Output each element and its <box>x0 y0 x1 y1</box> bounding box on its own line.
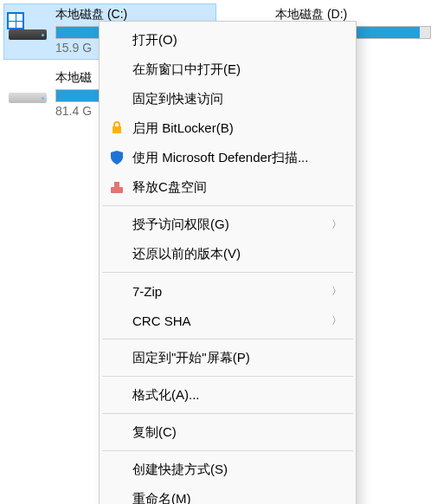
bitlocker-icon <box>108 120 125 137</box>
menu-divider <box>102 205 353 206</box>
svg-rect-1 <box>114 182 119 187</box>
menu-label: 复制(C) <box>132 424 177 441</box>
menu-open-new-window[interactable]: 在新窗口中打开(E) <box>101 55 354 84</box>
menu-label: 还原以前的版本(V) <box>132 246 241 262</box>
submenu-arrow-icon: 〉 <box>331 284 342 299</box>
menu-format[interactable]: 格式化(A)... <box>101 380 354 410</box>
menu-label: 打开(O) <box>132 32 177 48</box>
menu-pin-quick-access[interactable]: 固定到快速访问 <box>101 84 354 113</box>
menu-restore-previous[interactable]: 还原以前的版本(V) <box>101 239 354 268</box>
menu-create-shortcut[interactable]: 创建快捷方式(S) <box>101 455 354 484</box>
menu-label: 7-Zip <box>132 284 162 299</box>
menu-copy[interactable]: 复制(C) <box>101 417 354 447</box>
menu-label: 固定到快速访问 <box>132 91 223 107</box>
menu-crc-sha[interactable]: CRC SHA〉 <box>101 306 354 335</box>
menu-grant-access[interactable]: 授予访问权限(G)〉 <box>101 210 354 239</box>
menu-divider <box>102 339 353 339</box>
menu-7zip[interactable]: 7-Zip〉 <box>101 276 354 306</box>
menu-label: 使用 Microsoft Defender扫描... <box>132 150 308 166</box>
menu-label: 在新窗口中打开(E) <box>132 61 241 78</box>
menu-label: 固定到"开始"屏幕(P) <box>132 350 250 366</box>
menu-rename[interactable]: 重命名(M) <box>101 484 354 504</box>
menu-label: 重命名(M) <box>132 491 191 505</box>
menu-label: 格式化(A)... <box>132 387 200 404</box>
submenu-arrow-icon: 〉 <box>331 313 342 328</box>
menu-label: 启用 BitLocker(B) <box>132 120 234 137</box>
menu-open[interactable]: 打开(O) <box>101 25 354 55</box>
menu-free-c-space[interactable]: 释放C盘空间 <box>101 172 354 202</box>
menu-divider <box>102 450 353 451</box>
menu-divider <box>102 376 353 377</box>
menu-divider <box>102 413 353 414</box>
context-menu: 打开(O) 在新窗口中打开(E) 固定到快速访问 启用 BitLocker(B)… <box>99 21 357 504</box>
drive-icon <box>9 75 47 107</box>
menu-label: 授予访问权限(G) <box>132 216 229 233</box>
menu-label: CRC SHA <box>132 313 191 328</box>
menu-enable-bitlocker[interactable]: 启用 BitLocker(B) <box>101 113 354 143</box>
menu-pin-start[interactable]: 固定到"开始"屏幕(P) <box>101 343 354 372</box>
menu-label: 释放C盘空间 <box>132 179 207 196</box>
menu-scan-defender[interactable]: 使用 Microsoft Defender扫描... <box>101 143 354 172</box>
submenu-arrow-icon: 〉 <box>331 217 342 232</box>
svg-rect-0 <box>111 187 123 193</box>
cleanup-icon <box>108 178 125 196</box>
shield-icon <box>108 149 125 166</box>
menu-divider <box>102 272 353 273</box>
drive-icon <box>9 12 47 43</box>
menu-label: 创建快捷方式(S) <box>132 462 228 478</box>
windows-badge-icon <box>7 12 24 29</box>
